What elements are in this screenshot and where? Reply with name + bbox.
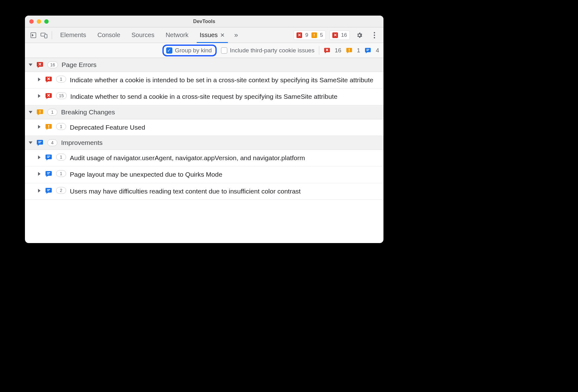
improvement-icon — [45, 170, 52, 178]
svg-point-9 — [374, 37, 375, 38]
chevron-right-icon[interactable] — [38, 172, 41, 176]
tab-label: Sources — [132, 31, 154, 39]
more-tabs-button[interactable]: » — [231, 31, 241, 39]
group-label: Breaking Changes — [61, 108, 115, 116]
chevron-right-icon[interactable] — [38, 189, 41, 193]
close-window-button[interactable] — [29, 19, 34, 24]
issue-row[interactable]: 2 Users may have difficulties reading te… — [25, 183, 383, 200]
group-header-improvements[interactable]: 4 Improvements — [25, 136, 383, 150]
issues-list: 16 Page Errors 1 Indicate whether a cook… — [25, 58, 383, 243]
main-tab-strip: Elements Console Sources Network Issues … — [25, 27, 383, 43]
devtools-window: DevTools Elements Console Sources Networ… — [25, 16, 383, 243]
svg-point-8 — [374, 34, 375, 36]
group-by-kind-checkbox[interactable] — [166, 47, 172, 54]
divider — [52, 31, 52, 39]
tab-sources[interactable]: Sources — [127, 27, 159, 43]
tab-issues[interactable]: Issues ✕ — [195, 27, 230, 43]
count-pill: 2 — [56, 187, 66, 194]
chevron-right-icon[interactable] — [38, 94, 41, 98]
group-label: Improvements — [61, 139, 103, 146]
count-pill: 4 — [47, 139, 57, 146]
more-options-button[interactable] — [369, 30, 380, 41]
divider — [319, 46, 319, 55]
tab-label: Issues — [200, 31, 218, 39]
issue-row[interactable]: 1 Indicate whether a cookie is intended … — [25, 72, 383, 88]
include-third-party-label: Include third-party cookie issues — [230, 47, 314, 54]
issue-text: Page layout may be unexpected due to Qui… — [70, 170, 380, 179]
tab-elements[interactable]: Elements — [55, 27, 91, 43]
issue-row[interactable]: 1 Audit usage of navigator.userAgent, na… — [25, 150, 383, 166]
issue-text: Deprecated Feature Used — [70, 123, 380, 132]
chevron-right-icon[interactable] — [38, 155, 41, 159]
count-pill: 1 — [56, 76, 66, 83]
zoom-window-button[interactable] — [44, 19, 49, 24]
breaking-change-icon — [45, 123, 52, 131]
chevron-down-icon[interactable] — [29, 111, 32, 113]
group-by-kind-highlight: Group by kind — [162, 45, 217, 56]
minimize-window-button[interactable] — [37, 19, 41, 24]
group-label: Page Errors — [62, 61, 97, 69]
tab-label: Elements — [60, 31, 86, 39]
issue-text: Audit usage of navigator.userAgent, navi… — [70, 154, 380, 162]
tab-label: Network — [166, 31, 188, 39]
issues-count: 16 — [341, 32, 347, 38]
issue-row[interactable]: 1 Deprecated Feature Used — [25, 119, 383, 136]
page-error-icon — [45, 92, 52, 100]
issues-status-box[interactable]: ✕ 16 — [330, 31, 350, 40]
settings-button[interactable] — [354, 30, 365, 41]
issue-text: Indicate whether a cookie is intended to… — [70, 76, 380, 84]
breaking-change-icon — [346, 47, 353, 54]
tab-label: Console — [97, 31, 120, 39]
count-pill: 16 — [47, 61, 58, 68]
warning-icon: ! — [311, 32, 317, 38]
improvement-icon — [364, 47, 371, 54]
info-count: 4 — [376, 47, 379, 54]
chevron-right-icon[interactable] — [38, 125, 41, 129]
error-count: 16 — [335, 47, 341, 54]
count-pill: 1 — [56, 123, 66, 130]
count-pill: 1 — [56, 170, 66, 177]
issues-toolbar: Group by kind Include third-party cookie… — [25, 43, 383, 58]
title-bar: DevTools — [25, 16, 383, 27]
group-by-kind-label: Group by kind — [175, 47, 212, 54]
page-error-icon — [45, 76, 52, 83]
issue-row[interactable]: 15 Indicate whether to send a cookie in … — [25, 88, 383, 105]
svg-point-7 — [374, 32, 375, 33]
count-pill: 1 — [56, 154, 66, 160]
include-third-party-checkbox[interactable] — [221, 47, 227, 54]
device-toolbar-button[interactable] — [39, 31, 49, 40]
include-third-party-group[interactable]: Include third-party cookie issues — [221, 47, 314, 54]
console-status-box[interactable]: ✕ 9 ! 5 — [294, 31, 326, 40]
improvement-icon — [45, 154, 52, 161]
count-pill: 15 — [56, 92, 67, 99]
warning-count: 5 — [320, 32, 323, 38]
chevron-down-icon[interactable] — [29, 64, 32, 66]
issue-text: Indicate whether to send a cookie in a c… — [70, 92, 380, 101]
group-header-page-errors[interactable]: 16 Page Errors — [25, 58, 383, 72]
inspect-element-button[interactable] — [29, 31, 38, 40]
count-pill: 1 — [47, 109, 57, 116]
group-header-breaking-changes[interactable]: 1 Breaking Changes — [25, 105, 383, 119]
close-icon[interactable]: ✕ — [220, 32, 225, 39]
error-icon: ✕ — [332, 32, 338, 38]
tab-console[interactable]: Console — [92, 27, 125, 43]
improvement-icon — [45, 187, 52, 194]
breaking-change-icon — [36, 108, 44, 116]
warning-count: 1 — [357, 47, 360, 54]
issue-counts: 16 1 4 — [324, 47, 379, 54]
improvement-icon — [36, 139, 44, 146]
window-controls — [29, 19, 49, 24]
page-error-icon — [36, 61, 44, 69]
issue-text: Users may have difficulties reading text… — [70, 187, 380, 196]
chevron-right-icon[interactable] — [38, 78, 41, 81]
page-error-icon — [324, 47, 330, 54]
chevron-down-icon[interactable] — [29, 141, 32, 144]
window-title: DevTools — [25, 19, 383, 24]
issue-row[interactable]: 1 Page layout may be unexpected due to Q… — [25, 166, 383, 183]
error-count: 9 — [305, 32, 308, 38]
tab-network[interactable]: Network — [161, 27, 193, 43]
error-icon: ✕ — [296, 32, 302, 38]
